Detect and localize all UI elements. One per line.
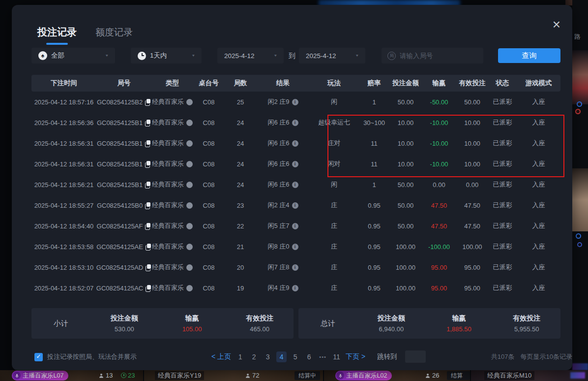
cell-round-id: GC08254125B0 xyxy=(96,202,151,209)
result-info-icon[interactable] xyxy=(292,244,298,250)
result-info-icon[interactable] xyxy=(292,285,298,291)
tab-quota-records[interactable]: 额度记录 xyxy=(95,26,133,39)
page-number-button[interactable]: 11 xyxy=(331,351,342,362)
table-row[interactable]: 2025-04-12 18:54:40 GC08254125AF 经典百家乐 C… xyxy=(31,216,560,236)
table-row[interactable]: 2025-04-12 18:53:10 GC08254125AD 经典百家乐 C… xyxy=(31,257,560,278)
page-number-button[interactable]: 3 xyxy=(263,351,273,362)
next-page-button[interactable]: 下页 > xyxy=(346,352,365,361)
table-row[interactable]: 2025-04-12 18:56:31 GC08254125B1 经典百家乐 C… xyxy=(31,133,560,154)
jump-page-input[interactable] xyxy=(405,350,426,363)
query-button[interactable]: 查询 xyxy=(498,48,560,63)
copy-icon[interactable] xyxy=(146,285,151,291)
copy-icon[interactable] xyxy=(145,140,151,147)
merge-display-option[interactable]: 投注记录按照局、玩法合并展示 xyxy=(31,352,137,361)
table-row[interactable]: 2025-04-12 18:55:27 GC08254125B0 经典百家乐 C… xyxy=(31,195,560,216)
page-number-button[interactable]: 4 xyxy=(276,351,287,362)
date-to-select[interactable]: 2025-4-12 xyxy=(299,48,365,64)
summary-column: 有效投注 465.00 xyxy=(226,314,294,333)
page-number-button[interactable]: 1 xyxy=(235,351,245,362)
result-info-icon[interactable] xyxy=(292,264,298,271)
column-header: 玩法 xyxy=(309,79,359,88)
result-info-icon[interactable] xyxy=(292,223,298,229)
cell-bet-amount: 10.00 xyxy=(389,160,422,168)
cell-game-mode: 入座 xyxy=(517,222,560,230)
copy-icon[interactable] xyxy=(146,264,151,271)
result-info-icon[interactable] xyxy=(292,140,298,147)
result-info-icon[interactable] xyxy=(292,202,298,209)
live-room-tile[interactable]: 主播百家乐L02 26 结算中 xyxy=(324,370,470,381)
countdown: 23 xyxy=(121,372,135,379)
merge-checkbox[interactable] xyxy=(34,353,43,361)
modal-footer: 投注记录按照局、玩法合并展示 < 上页 123456•••11 下页 > 跳转到… xyxy=(31,349,572,364)
page-number-button[interactable]: 2 xyxy=(249,351,259,362)
cell-round-no: 19 xyxy=(224,285,257,292)
chip-icon xyxy=(577,242,582,247)
cell-game-mode: 入座 xyxy=(517,159,560,168)
result-info-icon[interactable] xyxy=(292,161,298,167)
dealer-photo xyxy=(572,168,588,231)
close-icon[interactable]: × xyxy=(553,18,560,32)
copy-icon[interactable] xyxy=(145,182,151,188)
cell-odds: 0.95 xyxy=(359,264,389,271)
game-type-value: 全部 xyxy=(51,51,64,60)
cell-result: 闲6 庄6 xyxy=(257,159,309,168)
cell-table-no: C08 xyxy=(193,181,224,189)
cell-win-loss: 95.00 xyxy=(422,285,456,292)
round-search-input[interactable] xyxy=(400,52,477,60)
date-from-select[interactable]: 2025-4-12 xyxy=(217,48,284,64)
viewers-count: 13 xyxy=(98,372,113,379)
page-number-button[interactable]: 5 xyxy=(290,351,300,362)
cell-odds: 1 xyxy=(359,98,389,106)
prev-page-button[interactable]: < 上页 xyxy=(211,352,231,361)
active-tab-underline xyxy=(46,43,68,45)
cell-bet-time: 2025-04-12 18:56:21 xyxy=(31,181,96,189)
cell-status: 已派彩 xyxy=(488,97,517,106)
table-row[interactable]: 2025-04-12 18:56:21 GC08254125B1 经典百家乐 C… xyxy=(31,174,560,195)
copy-icon[interactable] xyxy=(145,223,151,229)
page-number-button[interactable]: 6 xyxy=(304,351,314,362)
cell-result: 闲4 庄9 xyxy=(257,284,309,292)
copy-icon[interactable] xyxy=(145,202,151,209)
copy-icon[interactable] xyxy=(145,120,151,126)
cell-result: 闲2 庄9 xyxy=(257,97,309,106)
cell-round-no: 25 xyxy=(224,98,257,106)
time-range-select[interactable]: 1天内 xyxy=(131,48,202,64)
column-header: 状态 xyxy=(488,79,517,88)
page-number-button[interactable]: ••• xyxy=(318,351,328,362)
cell-odds: 30~100 xyxy=(359,119,389,127)
summary-bars: 小计 投注金额 530.00 输赢 105.00 xyxy=(31,308,560,339)
copy-icon[interactable] xyxy=(145,161,151,167)
cell-table-no: C08 xyxy=(193,98,224,106)
result-info-icon[interactable] xyxy=(292,120,298,126)
table-row[interactable]: 2025-04-12 18:53:58 GC08254125AE 经典百家乐 C… xyxy=(31,236,560,257)
table-row[interactable]: 2025-04-12 18:57:16 GC08254125B2 经典百家乐 C… xyxy=(31,92,560,112)
copy-icon[interactable] xyxy=(146,244,151,250)
tab-bet-records[interactable]: 投注记录 xyxy=(37,26,77,39)
live-room-tile[interactable]: 经典百家乐M10 xyxy=(471,370,588,381)
copy-icon[interactable] xyxy=(145,99,151,105)
settling-badge: 结算中 xyxy=(294,371,320,380)
cell-result: 闲2 庄4 xyxy=(257,201,309,210)
live-room-tile[interactable]: 主播百家乐L07 13 23 xyxy=(0,370,143,381)
column-header: 赔率 xyxy=(359,79,389,88)
column-header: 类型 xyxy=(151,79,193,88)
game-logo-icon xyxy=(186,264,193,271)
table-row[interactable]: 2025-04-12 18:56:36 GC08254125B1 经典百家乐 C… xyxy=(31,112,560,133)
total-count: 共107条 xyxy=(491,352,515,361)
result-info-icon[interactable] xyxy=(292,99,298,105)
summary-column: 有效投注 5,955.50 xyxy=(493,314,560,333)
background-right-strip: 路 xyxy=(572,0,588,381)
cell-win-loss: 47.50 xyxy=(422,202,456,209)
result-info-icon[interactable] xyxy=(292,182,298,188)
cell-round-no: 24 xyxy=(224,181,257,189)
game-type-select[interactable]: 全部 xyxy=(31,48,115,64)
settling-badge: 结算中 xyxy=(447,371,470,380)
cell-play-type: 庄 xyxy=(309,263,359,272)
table-row[interactable]: 2025-04-12 18:56:31 GC08254125B1 经典百家乐 C… xyxy=(31,154,560,174)
cell-bet-amount: 50.00 xyxy=(389,222,422,230)
cell-play-type: 超级幸运七 xyxy=(309,118,359,127)
room-name: 经典百家乐Y19 xyxy=(155,371,204,380)
table-row[interactable]: 2025-04-12 18:52:07 GC08254125AC 经典百家乐 C… xyxy=(31,278,560,298)
bet-records-modal: 投注记录 额度记录 × 全部 1天内 2025-4-12 到 2025-4-12 xyxy=(12,5,572,370)
live-room-tile[interactable]: 经典百家乐Y19 72 结算中 xyxy=(144,370,323,381)
